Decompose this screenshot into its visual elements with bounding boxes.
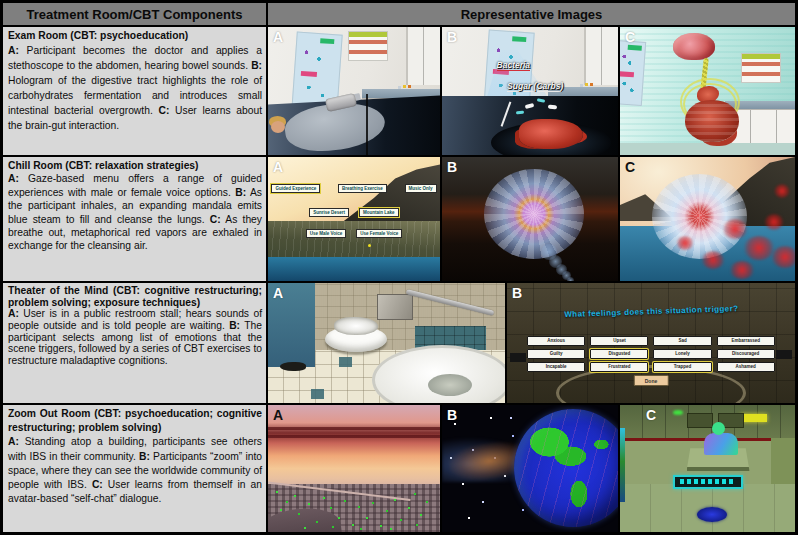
image-seam (366, 94, 368, 155)
gut-health-poster (620, 40, 646, 106)
experience-menu-row: Guided ExperienceBreathing ExerciseMusic… (271, 184, 436, 193)
upper-cabinet (406, 27, 440, 85)
gaze-cursor (368, 244, 371, 247)
self-avatar-head (712, 422, 725, 435)
row-description-zoom-out: A: Standing atop a building, participant… (8, 435, 262, 506)
panel-edge (510, 353, 526, 362)
floor (620, 143, 795, 155)
panel-letter: C (646, 407, 656, 423)
intestines-hologram (685, 100, 739, 142)
bacteria-label: Bacteria (497, 60, 531, 71)
menu-option[interactable]: Guided Experience (271, 184, 320, 193)
panel-letter: B (447, 29, 457, 45)
column-header-images: Representative Images (268, 3, 795, 25)
emotion-option[interactable]: Sad (653, 336, 711, 346)
panel-letter-ref: C: (92, 479, 103, 490)
image-exam-room-a: A (268, 27, 440, 155)
emotion-option[interactable]: Anxious (527, 336, 585, 346)
image-exam-room-c: C (620, 27, 795, 155)
panel-letter: A (273, 29, 283, 45)
image-zoom-out-b: B (442, 405, 618, 532)
paper-dispenser (377, 294, 413, 320)
image-strip-zoom-out: A B C (268, 405, 795, 532)
panel-edge-artifact (620, 428, 625, 502)
menu-option[interactable]: Mountain Lake (359, 208, 399, 217)
emotion-option[interactable]: Disgusted (590, 349, 648, 359)
panel-letter-ref: B: (139, 451, 150, 462)
counter-items (403, 85, 406, 88)
red-vapor (764, 214, 784, 230)
voice-menu-row: Use Male VoiceUse Female Voice (271, 229, 436, 238)
row-title-theater: Theater of the Mind (CBT: cognitive rest… (8, 285, 262, 308)
upper-cabinet (584, 27, 618, 85)
cloud-band (268, 427, 440, 430)
row-description-exam-room: A: Participant becomes the doctor and ap… (8, 44, 262, 134)
image-zoom-out-a: A (268, 405, 440, 532)
panel-letter: B (447, 407, 457, 423)
plastic-bag (334, 317, 378, 335)
menu-option[interactable]: Sunrise Desert (309, 208, 349, 217)
blue-steam-trail (567, 277, 574, 281)
figure-table: Treatment Room/CBT Components Representa… (0, 0, 798, 535)
panel-letter-ref: C: (210, 214, 221, 225)
panel-letter-ref: B: (251, 60, 262, 71)
image-exam-room-b: B Bacteria Sugar (Carbs) (442, 27, 618, 155)
red-vapor (701, 251, 725, 269)
row-title-chill-room: Chill Room (CBT: relaxation strategies) (8, 159, 262, 172)
row-text-zoom-out: Zoom Out Room (CBT: psychoeducation; cog… (3, 405, 266, 532)
red-vapor (743, 236, 775, 260)
floor-marker (697, 507, 727, 522)
emotion-option[interactable]: Discouraged (717, 349, 775, 359)
emotion-option[interactable]: Guilty (527, 349, 585, 359)
breathing-mandala (652, 174, 747, 259)
environment-menu-row: Sunrise DesertMountain Lake (271, 208, 436, 217)
image-zoom-out-c: C (620, 405, 795, 532)
emotion-option[interactable]: Frustrated (590, 362, 648, 372)
done-button[interactable]: Done (634, 375, 669, 386)
emotion-option[interactable]: Incapable (527, 362, 585, 372)
image-theater-a: A (268, 283, 505, 403)
accent-floor-tile (339, 357, 352, 367)
emotion-option[interactable]: Trapped (653, 362, 711, 372)
menu-option[interactable]: Use Male Voice (306, 229, 346, 238)
self-avatar (704, 433, 738, 455)
row-text-exam-room: Exam Room (CBT: psychoeducation) A: Part… (3, 27, 266, 155)
image-strip-chill-room: A Guided ExperienceBreathing ExerciseMus… (268, 157, 795, 281)
counter-items (585, 83, 588, 86)
emotion-options-grid: AnxiousUpsetSadEmbarrassedGuiltyDisguste… (527, 336, 775, 372)
mountains (333, 164, 440, 228)
green-indicator (673, 410, 683, 415)
image-chill-room-a: A Guided ExperienceBreathing ExerciseMus… (268, 157, 440, 281)
ceiling-light (741, 414, 767, 422)
breathing-mandala (484, 169, 584, 259)
community-member-dots (268, 405, 270, 407)
side-wall (771, 438, 796, 489)
brain-hologram (673, 33, 715, 60)
wall-cabinet (687, 413, 713, 428)
intestine-hologram (519, 119, 583, 149)
column-header-treatment: Treatment Room/CBT Components (3, 3, 266, 25)
emotion-option[interactable]: Ashamed (717, 362, 775, 372)
accent-floor-tile (311, 389, 324, 399)
emotion-option[interactable]: Upset (590, 336, 648, 346)
red-vapor (722, 219, 748, 239)
emotion-option[interactable]: Lonely (653, 349, 711, 359)
food-poster (348, 31, 388, 61)
panel-letter-ref: A: (8, 45, 19, 56)
row-title-exam-room: Exam Room (CBT: psychoeducation) (8, 29, 262, 44)
panel-letter-ref: B: (229, 320, 240, 331)
panel-letter-ref: A: (8, 436, 19, 447)
panel-edge (776, 350, 792, 359)
sugar-carbs-label: Sugar (Carbs) (507, 81, 563, 92)
image-chill-room-b: B (442, 157, 618, 281)
menu-option[interactable]: Breathing Exercise (338, 184, 387, 193)
emotion-option[interactable]: Embarrassed (717, 336, 775, 346)
toilet-bowl (428, 374, 472, 396)
panel-letter: B (447, 159, 457, 175)
menu-option[interactable]: Use Female Voice (356, 229, 402, 238)
panel-letter: A (273, 407, 283, 423)
emotion-question: What feelings does this situation trigge… (516, 302, 787, 320)
lake (268, 257, 440, 281)
row-title-zoom-out: Zoom Out Room (CBT: psychoeducation; cog… (8, 407, 262, 435)
menu-option[interactable]: Music Only (405, 184, 437, 193)
